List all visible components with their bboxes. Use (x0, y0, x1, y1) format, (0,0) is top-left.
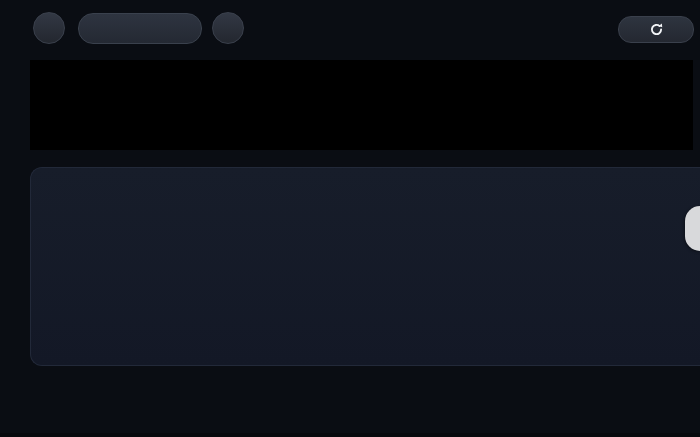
preset-prev-button[interactable] (33, 12, 65, 44)
preset-next-button[interactable] (212, 12, 244, 44)
reset-button[interactable] (618, 16, 694, 43)
bands-panel (30, 167, 700, 366)
bottom-strip (0, 433, 700, 437)
bottom-tab-bar (6, 381, 694, 433)
preset-selector[interactable] (78, 13, 202, 44)
equalizer-screen (0, 0, 700, 437)
eq-curve-graph (30, 60, 693, 150)
reset-icon (649, 22, 664, 37)
side-drawer-handle[interactable] (685, 206, 700, 251)
